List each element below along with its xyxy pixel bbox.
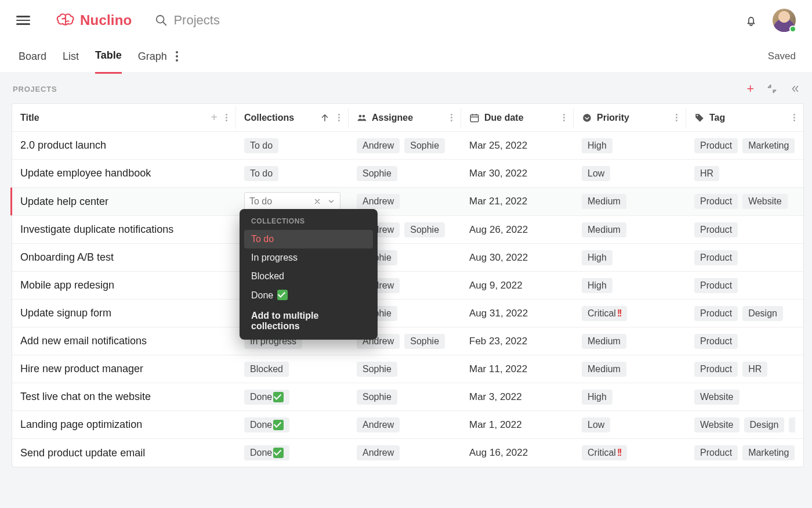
assignee-chip[interactable]: Sophie xyxy=(357,390,397,405)
row-title[interactable]: Send product update email xyxy=(20,447,145,459)
row-title[interactable]: 2.0 product launch xyxy=(20,139,106,152)
tag-chip[interactable]: HR xyxy=(694,166,719,181)
tag-chip[interactable]: Product xyxy=(694,306,738,321)
add-column-icon[interactable]: + xyxy=(211,111,217,124)
priority-chip[interactable]: Critical !! xyxy=(582,306,627,321)
collection-chip[interactable]: Done xyxy=(244,417,289,433)
table-row[interactable]: Test live chat on the websiteDone Sophie… xyxy=(12,383,803,411)
assignee-chip[interactable]: Andrew xyxy=(357,194,400,209)
due-date[interactable]: Aug 9, 2022 xyxy=(469,280,523,291)
tag-chip[interactable]: Marketing xyxy=(789,417,795,433)
due-date[interactable]: Aug 31, 2022 xyxy=(469,308,528,319)
priority-chip[interactable]: High xyxy=(582,278,612,293)
collection-chip[interactable]: Done xyxy=(244,390,289,405)
row-title[interactable]: Update employee handbook xyxy=(20,167,151,179)
priority-chip[interactable]: Medium xyxy=(582,362,626,377)
tag-chip[interactable]: Product xyxy=(694,278,738,293)
logo[interactable]: Nuclino xyxy=(56,12,132,28)
collection-chip[interactable]: To do xyxy=(244,138,278,153)
tag-chip[interactable]: Product xyxy=(694,222,738,237)
tag-chip[interactable]: Product xyxy=(694,194,738,209)
due-date[interactable]: Aug 30, 2022 xyxy=(469,252,528,264)
due-date[interactable]: Mar 11, 2022 xyxy=(469,363,527,375)
row-title[interactable]: Update help center xyxy=(20,196,108,208)
assignee-chip[interactable]: Andrew xyxy=(357,138,400,153)
row-title[interactable]: Mobile app redesign xyxy=(20,279,114,291)
sort-asc-icon[interactable] xyxy=(320,113,330,123)
table-row[interactable]: Send product update emailDone AndrewAug … xyxy=(12,439,803,467)
priority-chip[interactable]: Low xyxy=(582,417,610,433)
collection-chip[interactable]: Done xyxy=(244,445,289,460)
table-row[interactable]: Landing page optimizationDone AndrewMar … xyxy=(12,411,803,439)
column-menu-icon[interactable] xyxy=(226,113,227,123)
dropdown-item[interactable]: Done xyxy=(244,286,373,305)
dropdown-add-multiple[interactable]: Add to multiple collections xyxy=(244,305,373,333)
table-row[interactable]: Hire new product managerBlocked SophieMa… xyxy=(12,355,803,383)
priority-chip[interactable]: High xyxy=(582,390,612,405)
collection-chip[interactable]: To do xyxy=(244,166,278,181)
add-item-button[interactable]: + xyxy=(746,82,754,95)
priority-chip[interactable]: High xyxy=(582,138,612,153)
view-tab-list[interactable]: List xyxy=(63,51,79,73)
assignee-chip[interactable]: Andrew xyxy=(357,417,400,433)
column-collections[interactable]: Collections xyxy=(244,113,294,123)
menu-button[interactable] xyxy=(16,13,30,27)
tag-chip[interactable]: Product xyxy=(694,138,738,153)
tag-chip[interactable]: Product xyxy=(694,362,738,377)
column-menu-icon[interactable] xyxy=(563,113,565,123)
chevron-down-icon[interactable] xyxy=(327,197,335,206)
tag-chip[interactable]: Product xyxy=(694,445,738,460)
due-date[interactable]: Mar 21, 2022 xyxy=(469,196,527,207)
row-title[interactable]: Onboarding A/B test xyxy=(20,251,114,264)
column-title[interactable]: Title xyxy=(20,113,39,123)
view-tab-table[interactable]: Table xyxy=(95,49,122,74)
priority-chip[interactable]: Critical !! xyxy=(582,445,627,460)
collapse-panel-icon[interactable] xyxy=(790,84,800,94)
column-menu-icon[interactable] xyxy=(338,113,340,123)
tag-chip[interactable]: Marketing xyxy=(742,138,795,153)
assignee-chip[interactable]: Sophie xyxy=(404,222,445,237)
table-row[interactable]: Update employee handbookTo do SophieMar … xyxy=(12,160,803,188)
tag-chip[interactable]: Product xyxy=(694,250,738,265)
tag-chip[interactable]: HR xyxy=(742,362,767,377)
due-date[interactable]: Feb 23, 2022 xyxy=(469,336,527,347)
collection-edit[interactable]: To do xyxy=(244,192,340,211)
due-date[interactable]: Aug 26, 2022 xyxy=(469,224,528,236)
priority-chip[interactable]: Low xyxy=(582,166,610,181)
tag-chip[interactable]: Design xyxy=(742,306,783,321)
view-tab-board[interactable]: Board xyxy=(19,51,46,73)
clear-icon[interactable] xyxy=(313,197,321,206)
column-menu-icon[interactable] xyxy=(451,113,452,123)
column-due[interactable]: Due date xyxy=(484,113,524,123)
assignee-chip[interactable]: Sophie xyxy=(404,334,445,349)
assignee-chip[interactable]: Sophie xyxy=(357,166,397,181)
tag-chip[interactable]: Design xyxy=(744,417,785,433)
row-title[interactable]: Test live chat on the website xyxy=(20,391,151,403)
priority-chip[interactable]: Medium xyxy=(582,222,626,237)
dropdown-item[interactable]: In progress xyxy=(244,248,373,267)
view-tab-graph[interactable]: Graph xyxy=(138,51,167,73)
due-date[interactable]: Mar 3, 2022 xyxy=(469,391,522,403)
row-title[interactable]: Landing page optimization xyxy=(20,419,142,431)
assignee-chip[interactable]: Sophie xyxy=(404,138,445,153)
collection-chip[interactable]: Blocked xyxy=(244,362,289,377)
priority-chip[interactable]: Medium xyxy=(582,334,626,349)
priority-chip[interactable]: High xyxy=(582,250,612,265)
row-title[interactable]: Hire new product manager xyxy=(20,363,143,375)
dropdown-item[interactable]: To do xyxy=(244,230,373,248)
bell-icon[interactable] xyxy=(745,14,757,27)
assignee-chip[interactable]: Sophie xyxy=(357,362,397,377)
tag-chip[interactable]: Marketing xyxy=(742,445,795,460)
due-date[interactable]: Mar 25, 2022 xyxy=(469,140,527,152)
column-priority[interactable]: Priority xyxy=(597,113,629,123)
collapse-icon[interactable] xyxy=(767,84,777,94)
table-row[interactable]: Investigate duplicate notificationsTo do… xyxy=(12,216,803,244)
assignee-chip[interactable]: Andrew xyxy=(357,445,400,460)
due-date[interactable]: Mar 30, 2022 xyxy=(469,168,527,179)
tag-chip[interactable]: Website xyxy=(742,194,788,209)
views-more-icon[interactable] xyxy=(172,51,182,72)
table-row[interactable]: Add new email notificationsIn progress A… xyxy=(12,327,803,355)
table-row[interactable]: Update signup formTo do SophieAug 31, 20… xyxy=(12,300,803,327)
table-row[interactable]: Update help centerTo doAndrewMar 21, 202… xyxy=(12,188,803,216)
tag-chip[interactable]: Product xyxy=(694,334,738,349)
